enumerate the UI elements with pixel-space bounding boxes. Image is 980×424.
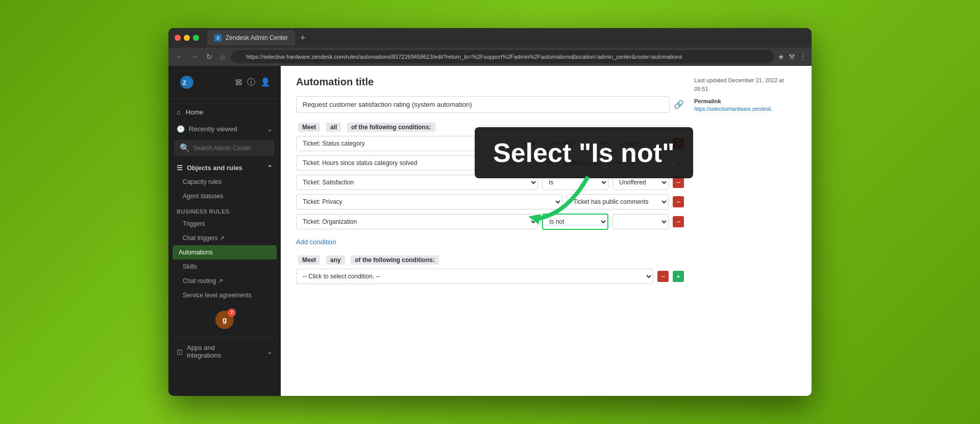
sidebar-item-agent-statuses[interactable]: Agent statuses [168, 189, 281, 203]
maximize-button[interactable] [193, 35, 199, 41]
condition-operator-1[interactable]: Less than [542, 136, 608, 151]
condition-row-5: Ticket: Organization Is not − [296, 214, 684, 230]
condition-field-1[interactable]: Ticket: Status category [296, 136, 538, 151]
search-admin-input[interactable] [193, 145, 270, 152]
apps-icon: ◫ [177, 348, 183, 356]
apps-label: Apps and [187, 344, 221, 351]
condition-operator-4[interactable]: Ticket has public comments [567, 194, 669, 209]
home-icon: ⌂ [177, 108, 181, 116]
browser-titlebar: Z Zendesk Admin Center + [168, 28, 812, 48]
apps-chevron-icon: ⌄ [267, 348, 273, 356]
sidebar-item-recently-viewed[interactable]: 🕐 Recently viewed ⌄ [168, 121, 281, 137]
automation-title-input[interactable] [296, 96, 670, 113]
sidebar-logo-area: Z ⊠ ⓘ 👤 [168, 66, 281, 99]
recently-viewed-label: Recently viewed [189, 125, 237, 133]
app-container: Z ⊠ ⓘ 👤 ⌂ Home 🕐 Recently v [168, 66, 812, 396]
permalink-url[interactable]: https://selectivehardware.zendesk. [694, 106, 796, 112]
of-any-label: of the following conditions: [351, 255, 439, 265]
help-icon[interactable]: ⓘ [247, 77, 255, 88]
right-panel: Last updated December 21, 2022 at 09:51 … [694, 76, 796, 292]
condition-value-2[interactable] [628, 155, 684, 171]
user-icon[interactable]: 👤 [260, 77, 271, 88]
new-tab-button[interactable]: + [297, 33, 309, 43]
condition-field-4[interactable]: Ticket: Privacy [296, 194, 562, 209]
sidebar-item-automations[interactable]: Automations [173, 245, 277, 260]
conditions-all-section: Meet all of the following conditions: Ti… [296, 123, 684, 230]
sidebar-section-objects: ☰ Objects and rules ⌃ Capacity rules Age… [168, 159, 281, 302]
condition-field-any-1[interactable]: -- Click to select condition. -- [296, 269, 653, 284]
condition-operator-5[interactable]: Is not [542, 214, 608, 230]
conditions-any-header: Meet any of the following conditions: [296, 256, 684, 264]
sidebar-item-skills[interactable]: Skills [168, 260, 281, 274]
clock-icon: 🕐 [177, 125, 185, 133]
remove-condition-5[interactable]: − [673, 216, 684, 227]
back-button[interactable]: ← [174, 51, 185, 63]
business-rules-group-label: Business rules [168, 203, 281, 217]
browser-tab-active[interactable]: Z Zendesk Admin Center [207, 30, 295, 45]
zendesk-logo-icon: Z [179, 74, 195, 90]
svg-text:Z: Z [183, 80, 186, 86]
condition-row-any-1: -- Click to select condition. -- − + [296, 269, 684, 284]
condition-value-5[interactable] [612, 214, 669, 229]
sidebar-objects-rules-header[interactable]: ☰ Objects and rules ⌃ [168, 159, 281, 175]
toolbar-icons: ★ ⚒ ⋮ [778, 53, 806, 61]
condition-row-3: Ticket: Satisfaction Is Unoffered − [296, 175, 684, 190]
search-icon: 🔍 [180, 143, 190, 153]
title-icon: 🔗 [674, 100, 684, 109]
forward-button[interactable]: → [189, 51, 200, 63]
minimize-button[interactable] [184, 35, 190, 41]
tab-favicon: Z [214, 34, 222, 41]
condition-row-2: Ticket: Hours since status category solv… [296, 155, 684, 171]
condition-field-2[interactable]: Ticket: Hours since status category solv… [296, 155, 553, 171]
condition-field-5[interactable]: Ticket: Organization [296, 214, 538, 229]
page-title: Automation title [296, 76, 684, 88]
sidebar-item-home[interactable]: ⌂ Home [168, 103, 281, 121]
add-condition-link[interactable]: Add condition [296, 238, 684, 246]
menu-icon[interactable]: ⋮ [799, 53, 806, 61]
extensions-icon[interactable]: ⚒ [789, 53, 795, 61]
title-input-wrapper: 🔗 [296, 96, 684, 113]
condition-value-3[interactable]: Unoffered [612, 175, 669, 190]
tab-bar: Z Zendesk Admin Center + [207, 30, 805, 45]
meet-label: Meet [298, 123, 320, 132]
last-updated-text: Last updated December 21, 2022 at 09:51 [694, 76, 796, 93]
home-button[interactable]: ⌂ [218, 51, 227, 63]
condition-operator-3[interactable]: Is [542, 175, 608, 190]
objects-rules-label: Objects and rules [187, 164, 242, 172]
condition-field-3[interactable]: Ticket: Satisfaction [296, 175, 538, 190]
sidebar-item-chat-routing[interactable]: Chat routing ↗ [168, 274, 281, 288]
sidebar-home-label: Home [186, 108, 204, 116]
remove-condition-1[interactable]: − [673, 138, 684, 149]
close-button[interactable] [175, 35, 181, 41]
sidebar-divider [175, 337, 275, 338]
browser-window: Z Zendesk Admin Center + ← → ↻ ⌂ ★ ⚒ ⋮ Z [168, 28, 812, 396]
sidebar-item-triggers[interactable]: Triggers [168, 217, 281, 231]
reload-button[interactable]: ↻ [204, 51, 214, 63]
sidebar-search-box[interactable]: 🔍 [175, 140, 275, 156]
condition-value-1[interactable]: Closed [612, 136, 669, 151]
apps-label2: integrations [187, 351, 221, 359]
condition-operator-2[interactable]: (calendar) Is [557, 155, 624, 171]
grid-icon[interactable]: ⊠ [235, 77, 242, 88]
objects-icon: ☰ [177, 164, 183, 172]
sidebar-item-service-level[interactable]: Service level agreements [168, 288, 281, 302]
browser-toolbar: ← → ↻ ⌂ ★ ⚒ ⋮ [168, 48, 812, 66]
permalink-label: Permalink [694, 98, 796, 104]
sidebar-item-chat-triggers[interactable]: Chat triggers ↗ [168, 231, 281, 245]
sidebar-item-apps[interactable]: ◫ Apps and integrations ⌄ [168, 340, 281, 363]
bookmark-icon[interactable]: ★ [778, 53, 785, 61]
sidebar-item-capacity-rules[interactable]: Capacity rules [168, 175, 281, 189]
all-badge: all [326, 123, 341, 132]
form-section: Automation title 🔗 Meet all of the follo… [296, 76, 684, 292]
remove-condition-3[interactable]: − [673, 177, 684, 188]
notification-badge: 7 [228, 309, 236, 317]
remove-condition-any-1[interactable]: − [657, 271, 669, 282]
user-avatar[interactable]: g 7 [215, 311, 234, 329]
sidebar: Z ⊠ ⓘ 👤 ⌂ Home 🕐 Recently v [168, 66, 281, 396]
meet-any-label: Meet [298, 255, 320, 265]
any-badge: any [326, 255, 345, 265]
remove-condition-4[interactable]: − [673, 196, 684, 207]
address-bar[interactable] [231, 50, 774, 63]
traffic-lights [175, 35, 199, 41]
add-condition-any-btn[interactable]: + [673, 271, 684, 282]
